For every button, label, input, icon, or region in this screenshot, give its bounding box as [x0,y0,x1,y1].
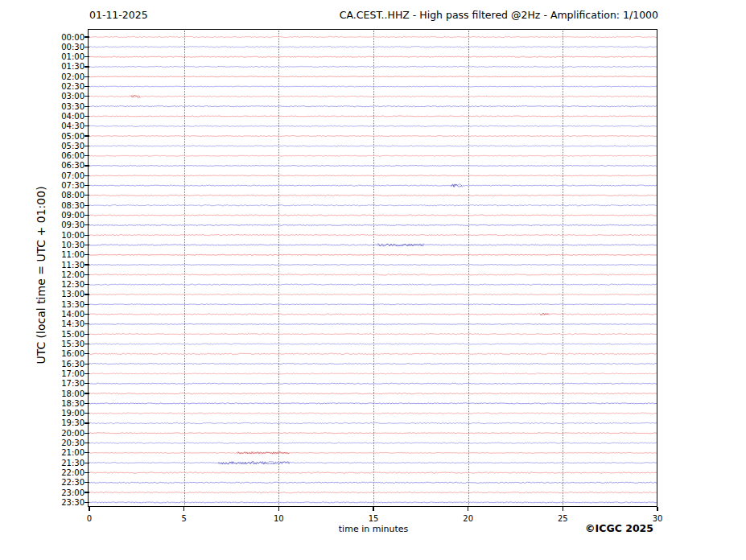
y-tick-label: 23:00 [36,488,84,497]
y-tick [84,205,89,206]
y-tick [84,334,89,335]
y-tick-label: 10:00 [36,231,84,240]
y-tick-label: 11:00 [36,250,84,259]
y-tick [84,314,89,315]
y-tick [84,422,89,423]
y-tick [84,86,89,87]
y-tick [84,304,89,305]
seismogram-page: 01-11-2025 CA.CEST..HHZ - High pass filt… [0,0,746,560]
y-tick [84,215,89,216]
copyright-attribution: ©ICGC 2025 [585,522,653,534]
y-tick-label: 01:30 [36,62,84,71]
y-tick [84,472,89,473]
y-tick [84,66,89,67]
y-tick-label: 17:00 [36,369,84,378]
x-tick-label: 15 [357,514,389,524]
y-tick-label: 02:30 [36,82,84,91]
y-tick-label: 12:30 [36,280,84,289]
y-tick [84,482,89,483]
y-tick-label: 18:00 [36,389,84,398]
y-tick-label: 06:00 [36,151,84,160]
y-tick [84,403,89,404]
y-tick [84,502,89,503]
y-tick-label: 19:30 [36,418,84,427]
x-tick-label: 0 [73,514,105,524]
y-tick-label: 08:30 [36,201,84,210]
y-tick-label: 04:30 [36,121,84,130]
x-tick [373,507,373,511]
y-tick-label: 13:30 [36,300,84,309]
x-tick [183,507,184,511]
y-tick-label: 21:00 [36,448,84,457]
x-tick-label: 5 [168,514,200,524]
y-tick-label: 09:30 [36,220,84,229]
x-tick [563,507,563,511]
y-tick [84,254,89,255]
y-tick-label: 15:00 [36,330,84,339]
y-tick-label: 03:30 [36,102,84,111]
y-tick-label: 01:00 [36,52,84,61]
y-tick-label: 07:30 [36,181,84,190]
y-tick [84,373,89,374]
y-tick-label: 21:30 [36,459,84,467]
y-tick [84,96,89,97]
y-tick [84,135,89,136]
y-tick [84,245,89,245]
y-tick [84,413,89,414]
y-tick [84,195,89,196]
y-tick [84,284,89,285]
y-tick [84,364,89,364]
y-tick-label: 13:00 [36,290,84,299]
y-tick [84,323,89,324]
x-tick [657,507,657,511]
y-tick-label: 08:00 [36,191,84,200]
y-tick [84,443,89,443]
y-tick [84,185,89,186]
y-tick [84,165,89,166]
y-tick [84,344,89,344]
x-axis-label: time in minutes [253,524,494,534]
y-tick-label: 16:30 [36,360,84,369]
y-tick [84,433,89,434]
y-tick-label: 05:00 [36,132,84,141]
y-tick [84,294,89,294]
y-tick-label: 09:00 [36,211,84,220]
y-tick-label: 07:00 [36,171,84,180]
y-tick-label: 03:00 [36,92,84,101]
y-tick-label: 00:00 [36,33,84,42]
y-tick [84,106,89,107]
y-tick-label: 06:30 [36,161,84,170]
x-tick-label: 10 [262,514,295,524]
y-tick-label: 23:30 [36,498,84,507]
y-tick-label: 20:00 [36,429,84,438]
y-tick-label: 02:00 [36,72,84,81]
x-tick [89,507,89,511]
y-tick-label: 20:30 [36,439,84,447]
y-tick-label: 14:00 [36,310,84,319]
y-tick-label: 14:30 [36,319,84,328]
y-tick-label: 16:00 [36,349,84,358]
y-tick [84,76,89,77]
y-tick [84,383,89,384]
y-tick-label: 15:30 [36,340,84,348]
y-tick [84,492,89,492]
y-tick [84,264,89,265]
y-tick [84,463,89,463]
y-tick [84,56,89,57]
y-tick [84,126,89,126]
y-tick-label: 17:30 [36,379,84,388]
x-tick-label: 25 [546,514,579,524]
y-tick-label: 18:30 [36,399,84,408]
x-tick [278,507,279,511]
y-tick [84,393,89,393]
x-tick-label: 20 [452,514,484,524]
y-tick [84,353,89,354]
y-tick [84,452,89,453]
y-tick [84,175,89,176]
y-tick [84,47,89,47]
y-tick-label: 22:30 [36,478,84,487]
y-tick [84,235,89,236]
y-tick [84,155,89,156]
station-title: CA.CEST..HHZ - High pass filtered @2Hz -… [340,9,658,21]
y-tick-label: 10:30 [36,241,84,249]
